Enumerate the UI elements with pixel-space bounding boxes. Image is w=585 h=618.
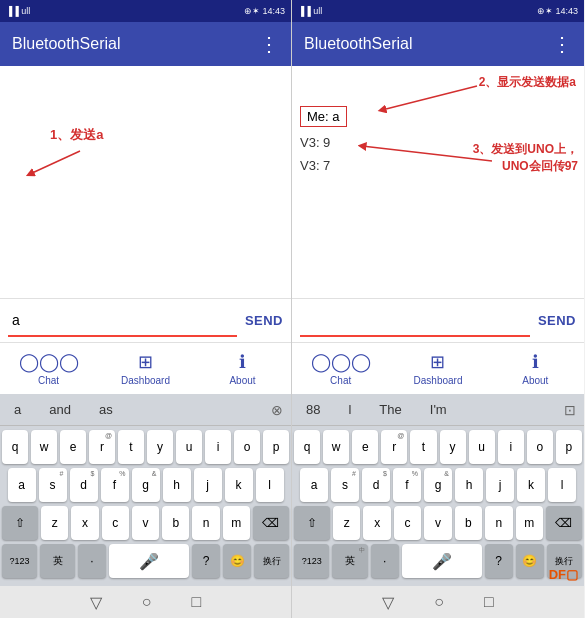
key-question-right[interactable]: ? (485, 544, 513, 578)
nav-chat-left[interactable]: ◯◯◯ Chat (0, 351, 97, 386)
autocomplete-a[interactable]: a (8, 400, 27, 419)
autocomplete-88[interactable]: 88 (300, 400, 326, 419)
key-row-2-right: a s# d$ f% g& h j k l (294, 468, 582, 502)
key-dot-left[interactable]: · (78, 544, 106, 578)
key-g-r[interactable]: g& (424, 468, 452, 502)
autocomplete-im[interactable]: I'm (424, 400, 453, 419)
menu-button-right[interactable]: ⋮ (552, 32, 572, 56)
key-y-r[interactable]: y (440, 430, 466, 464)
key-p-r[interactable]: p (556, 430, 582, 464)
autocomplete-close-icon-right[interactable]: ⊡ (564, 402, 576, 418)
send-button-right[interactable]: SEND (538, 313, 576, 328)
key-m-r[interactable]: m (516, 506, 543, 540)
key-r[interactable]: r@ (89, 430, 115, 464)
key-c[interactable]: c (102, 506, 129, 540)
key-d[interactable]: d$ (70, 468, 98, 502)
recents-gesture-left[interactable]: □ (192, 593, 202, 611)
key-shift-right[interactable]: ⇧ (294, 506, 330, 540)
autocomplete-and[interactable]: and (43, 400, 77, 419)
key-question-left[interactable]: ? (192, 544, 220, 578)
back-gesture-right[interactable]: ▽ (382, 593, 394, 612)
key-o-r[interactable]: o (527, 430, 553, 464)
key-c-r[interactable]: c (394, 506, 421, 540)
autocomplete-the[interactable]: The (373, 400, 407, 419)
key-y[interactable]: y (147, 430, 173, 464)
key-t[interactable]: t (118, 430, 144, 464)
key-l[interactable]: l (256, 468, 284, 502)
nav-dashboard-left[interactable]: ⊞ Dashboard (97, 351, 194, 386)
key-w[interactable]: w (31, 430, 57, 464)
key-r-r[interactable]: r@ (381, 430, 407, 464)
nav-about-right[interactable]: ℹ About (487, 351, 584, 386)
autocomplete-close-icon[interactable]: ⊗ (271, 402, 283, 418)
key-e[interactable]: e (60, 430, 86, 464)
key-f[interactable]: f% (101, 468, 129, 502)
key-b-r[interactable]: b (455, 506, 482, 540)
chat-area-right: 2、显示发送数据a Me: a V3: 9 V3: 7 3、发送到UNO上，UN… (292, 66, 584, 298)
key-v-r[interactable]: v (424, 506, 451, 540)
key-123-left[interactable]: ?123 (2, 544, 37, 578)
key-x-r[interactable]: x (363, 506, 390, 540)
home-gesture-right[interactable]: ○ (434, 593, 444, 611)
key-q[interactable]: q (2, 430, 28, 464)
nav-dashboard-right[interactable]: ⊞ Dashboard (389, 351, 486, 386)
key-emoji-left[interactable]: 😊 (223, 544, 251, 578)
key-i[interactable]: i (205, 430, 231, 464)
key-backspace-left[interactable]: ⌫ (253, 506, 289, 540)
key-f-r[interactable]: f% (393, 468, 421, 502)
autocomplete-as[interactable]: as (93, 400, 119, 419)
key-m[interactable]: m (223, 506, 250, 540)
key-g[interactable]: g& (132, 468, 160, 502)
key-e-r[interactable]: e (352, 430, 378, 464)
chat-input-right[interactable] (300, 305, 530, 337)
key-n-r[interactable]: n (485, 506, 512, 540)
chat-input-left[interactable] (8, 305, 237, 337)
key-a-r[interactable]: a (300, 468, 328, 502)
key-space-right[interactable]: 🎤 (402, 544, 482, 578)
recents-gesture-right[interactable]: □ (484, 593, 494, 611)
nav-chat-right[interactable]: ◯◯◯ Chat (292, 351, 389, 386)
key-l-r[interactable]: l (548, 468, 576, 502)
key-z-r[interactable]: z (333, 506, 360, 540)
key-o[interactable]: o (234, 430, 260, 464)
key-backspace-right[interactable]: ⌫ (546, 506, 582, 540)
keyboard-rows-right: q w e r@ t y u i o p a s# d$ f% g& h j k… (292, 426, 584, 586)
key-x[interactable]: x (71, 506, 98, 540)
key-u-r[interactable]: u (469, 430, 495, 464)
key-j-r[interactable]: j (486, 468, 514, 502)
key-emoji-right[interactable]: 😊 (516, 544, 544, 578)
bottom-bar-right: ▽ ○ □ (292, 586, 584, 618)
key-dot-right[interactable]: · (371, 544, 399, 578)
key-shift-left[interactable]: ⇧ (2, 506, 38, 540)
key-chinese-left[interactable]: 英 (40, 544, 75, 578)
key-n[interactable]: n (192, 506, 219, 540)
key-q-r[interactable]: q (294, 430, 320, 464)
key-k-r[interactable]: k (517, 468, 545, 502)
key-b[interactable]: b (162, 506, 189, 540)
back-gesture-left[interactable]: ▽ (90, 593, 102, 612)
key-s-r[interactable]: s# (331, 468, 359, 502)
key-p[interactable]: p (263, 430, 289, 464)
key-t-r[interactable]: t (410, 430, 436, 464)
key-v[interactable]: v (132, 506, 159, 540)
key-d-r[interactable]: d$ (362, 468, 390, 502)
key-s[interactable]: s# (39, 468, 67, 502)
key-a[interactable]: a (8, 468, 36, 502)
key-h-r[interactable]: h (455, 468, 483, 502)
nav-about-left[interactable]: ℹ About (194, 351, 291, 386)
key-chinese-right[interactable]: 英中 (332, 544, 367, 578)
key-j[interactable]: j (194, 468, 222, 502)
key-enter-left[interactable]: 换行 (254, 544, 289, 578)
key-k[interactable]: k (225, 468, 253, 502)
key-space-left[interactable]: 🎤 (109, 544, 189, 578)
key-i-r[interactable]: i (498, 430, 524, 464)
menu-button-left[interactable]: ⋮ (259, 32, 279, 56)
key-w-r[interactable]: w (323, 430, 349, 464)
autocomplete-l[interactable]: l (342, 400, 357, 419)
key-123-right[interactable]: ?123 (294, 544, 329, 578)
key-z[interactable]: z (41, 506, 68, 540)
key-u[interactable]: u (176, 430, 202, 464)
key-h[interactable]: h (163, 468, 191, 502)
send-button-left[interactable]: SEND (245, 313, 283, 328)
home-gesture-left[interactable]: ○ (142, 593, 152, 611)
